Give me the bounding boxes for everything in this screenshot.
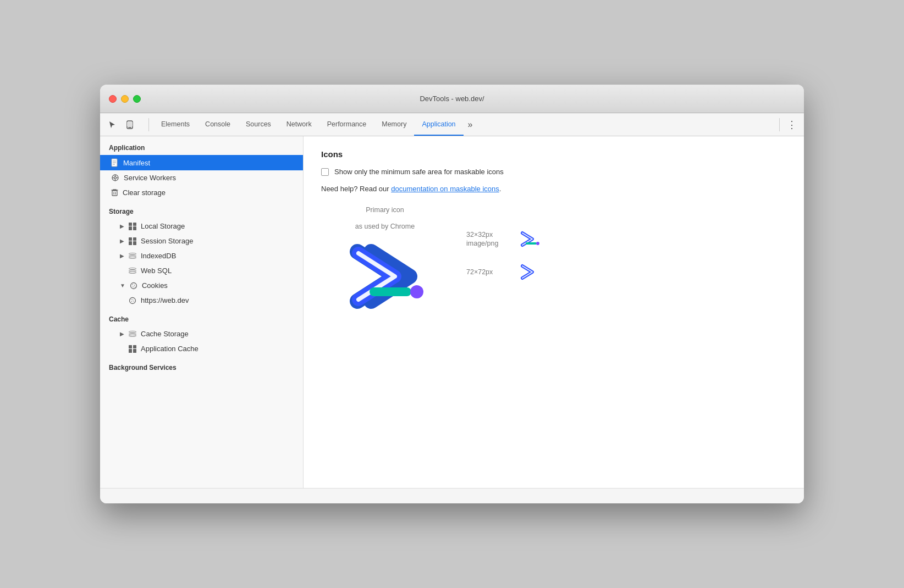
primary-icon-display xyxy=(330,232,440,320)
maskable-icons-checkbox-row: Show only the minimum safe area for mask… xyxy=(321,168,786,176)
sidebar-item-app-cache[interactable]: Application Cache xyxy=(100,341,303,356)
webdev-icon-large xyxy=(335,238,434,315)
svg-rect-2 xyxy=(127,122,133,126)
tabs-container: Elements Console Sources Network Perform… xyxy=(153,113,779,136)
tab-more-button[interactable]: » xyxy=(464,113,477,136)
sidebar: Application Manifest xyxy=(100,136,304,488)
toolbar-separator xyxy=(148,118,149,131)
tab-memory[interactable]: Memory xyxy=(374,113,414,136)
sidebar-item-cache-storage[interactable]: ▶ Cache Storage xyxy=(100,326,303,341)
svg-point-19 xyxy=(133,286,134,287)
devtools-window: DevTools - web.dev/ Elements xyxy=(100,85,804,503)
sidebar-item-session-storage[interactable]: ▶ Session Storage xyxy=(100,234,303,248)
devtools-toolbar xyxy=(104,117,137,132)
sidebar-section-application: Application xyxy=(100,136,303,155)
icons-display: Primary icon as used by Chrome xyxy=(321,206,786,320)
svg-point-16 xyxy=(130,282,136,289)
chrome-usage-label: as used by Chrome xyxy=(355,223,415,230)
cursor-tool[interactable] xyxy=(104,117,120,132)
maximize-button[interactable] xyxy=(133,95,141,103)
titlebar: DevTools - web.dev/ xyxy=(100,85,804,113)
sidebar-item-clear-storage[interactable]: Clear storage xyxy=(100,185,303,200)
svg-rect-13 xyxy=(112,191,117,196)
svg-point-17 xyxy=(132,284,133,285)
primary-icon-column: Primary icon as used by Chrome xyxy=(330,206,440,320)
tab-network[interactable]: Network xyxy=(279,113,319,136)
webdev-icon-32 xyxy=(518,230,541,248)
maskable-icons-checkbox[interactable] xyxy=(321,168,329,176)
window-title: DevTools - web.dev/ xyxy=(420,95,484,103)
cookies-expand: ▼ xyxy=(120,282,125,289)
cookies-url-icon xyxy=(129,297,136,304)
docs-link[interactable]: documentation on maskable icons xyxy=(391,185,499,193)
tab-console[interactable]: Console xyxy=(197,113,238,136)
svg-point-22 xyxy=(131,299,131,299)
cookies-icon xyxy=(130,282,137,290)
icon-32-row: 32×32px image/png xyxy=(466,228,543,250)
session-storage-icon xyxy=(129,237,136,245)
svg-point-26 xyxy=(410,285,423,298)
end-separator xyxy=(779,118,780,131)
icon-32-size: 32×32px xyxy=(466,231,505,238)
svg-rect-1 xyxy=(128,127,131,128)
cache-storage-icon xyxy=(129,330,136,338)
web-sql-icon xyxy=(129,267,136,275)
icon-72-size: 72×72px xyxy=(466,268,505,276)
sidebar-section-background: Background Services xyxy=(100,356,303,375)
app-cache-icon xyxy=(129,345,136,353)
svg-point-27 xyxy=(536,242,539,245)
svg-point-24 xyxy=(131,301,132,301)
sidebar-item-cookies[interactable]: ▼ Cookies xyxy=(100,278,303,293)
svg-point-20 xyxy=(135,286,136,287)
tab-sources[interactable]: Sources xyxy=(238,113,279,136)
manifest-icon xyxy=(111,158,119,167)
indexeddb-expand: ▶ xyxy=(120,253,124,259)
maskable-icons-label: Show only the minimum safe area for mask… xyxy=(334,168,504,176)
traffic-lights xyxy=(109,95,141,103)
tab-performance[interactable]: Performance xyxy=(319,113,374,136)
sidebar-item-service-workers[interactable]: Service Workers xyxy=(100,170,303,185)
close-button[interactable] xyxy=(109,95,117,103)
svg-point-25 xyxy=(133,301,134,301)
main-content: Application Manifest xyxy=(100,136,804,488)
icon-72-info: 72×72px xyxy=(466,268,505,276)
clear-storage-icon xyxy=(111,188,118,197)
local-storage-expand: ▶ xyxy=(120,223,124,229)
tabbar: Elements Console Sources Network Perform… xyxy=(100,113,804,136)
svg-point-23 xyxy=(133,299,133,299)
icon-72-row: 72×72px xyxy=(466,261,543,283)
tab-elements[interactable]: Elements xyxy=(153,113,197,136)
service-workers-icon xyxy=(111,174,119,182)
sidebar-item-web-sql[interactable]: Web SQL xyxy=(100,263,303,278)
main-panel: Icons Show only the minimum safe area fo… xyxy=(304,136,804,488)
svg-point-8 xyxy=(114,177,117,179)
more-options-button[interactable]: ⋮ xyxy=(784,117,800,132)
mobile-tool[interactable] xyxy=(122,117,137,132)
primary-icon-label: Primary icon xyxy=(366,206,404,214)
webdev-icon-72 xyxy=(518,263,541,281)
tab-application[interactable]: Application xyxy=(414,113,463,136)
help-text: Need help? Read our documentation on mas… xyxy=(321,185,786,193)
indexeddb-icon xyxy=(129,252,136,260)
sidebar-item-manifest[interactable]: Manifest xyxy=(100,155,303,170)
cache-storage-expand: ▶ xyxy=(120,331,124,337)
tabbar-end: ⋮ xyxy=(779,117,800,132)
icon-32-info: 32×32px image/png xyxy=(466,231,505,247)
icon-32-display xyxy=(516,228,543,250)
sidebar-section-storage: Storage xyxy=(100,200,303,219)
svg-point-18 xyxy=(134,285,135,286)
sidebar-item-local-storage[interactable]: ▶ Local Storage xyxy=(100,219,303,234)
local-storage-icon xyxy=(129,223,136,230)
icon-72-display xyxy=(516,261,543,283)
minimize-button[interactable] xyxy=(121,95,129,103)
status-bar xyxy=(100,488,804,503)
session-storage-expand: ▶ xyxy=(120,238,124,244)
sidebar-section-cache: Cache xyxy=(100,308,303,326)
sidebar-item-indexeddb[interactable]: ▶ IndexedDB xyxy=(100,248,303,263)
svg-point-21 xyxy=(130,297,136,303)
small-icons-column: 32×32px image/png xyxy=(466,206,543,283)
icons-heading: Icons xyxy=(321,149,786,159)
sidebar-item-cookies-url[interactable]: https://web.dev xyxy=(100,293,303,308)
icon-32-type: image/png xyxy=(466,240,505,247)
